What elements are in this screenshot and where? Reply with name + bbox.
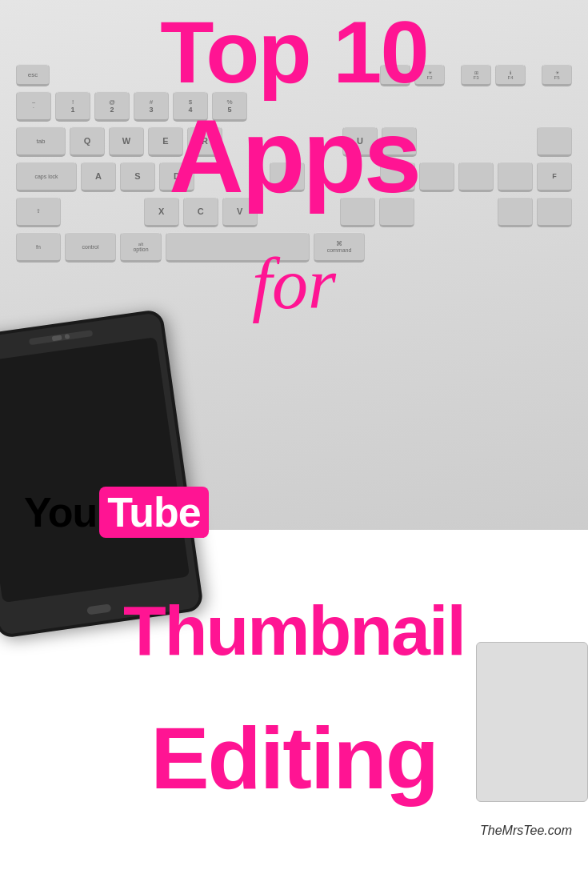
- main-container: esc ☀F1 ☀F2 ⊞F3 ℹF4 ☀F5 ~` !1 @2 #3 $4 %…: [0, 0, 588, 882]
- title-for: for: [0, 248, 588, 320]
- title-thumbnail: Thumbnail: [0, 595, 588, 666]
- command-symbol: ⌘: [336, 240, 342, 247]
- phone-speaker: [52, 335, 62, 342]
- youtube-you-text: You: [24, 488, 97, 536]
- phone-top-bar: [29, 330, 93, 345]
- title-apps: Apps: [0, 104, 588, 208]
- title-editing: Editing: [0, 714, 588, 802]
- youtube-tube-box: Tube: [99, 487, 208, 538]
- watermark: TheMrsTee.com: [480, 824, 572, 838]
- phone-camera: [65, 334, 70, 339]
- phone-screen: [0, 337, 190, 603]
- youtube-logo: You Tube: [24, 487, 209, 538]
- title-top10: Top 10: [0, 8, 588, 96]
